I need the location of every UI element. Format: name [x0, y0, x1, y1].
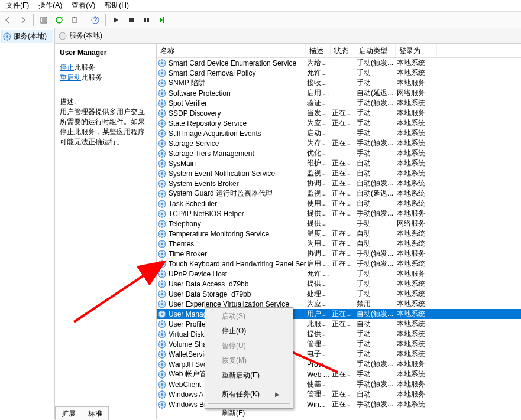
service-row[interactable]: Spot Verifier验证...手动(触发...本地系统	[157, 98, 521, 108]
stop-link[interactable]: 停止	[60, 63, 74, 71]
tree-root-item[interactable]: 服务(本地)	[1, 30, 53, 43]
svc-status: 正在...	[331, 259, 355, 269]
service-row[interactable]: Telephony提供...手动网络服务	[157, 219, 521, 229]
forward-icon[interactable]	[17, 14, 30, 27]
svc-desc: 启用 ...	[306, 259, 331, 269]
tab-extended[interactable]: 扩展	[55, 406, 82, 420]
svc-start: 自动(延迟...	[355, 188, 396, 198]
svc-name: Smart Card Removal Policy	[167, 69, 306, 77]
svc-status: 正在...	[331, 309, 355, 319]
svc-status: 正在...	[331, 138, 355, 148]
service-row[interactable]: UPnP Device Host允许 ...手动本地服务	[157, 269, 521, 279]
svg-point-18	[161, 62, 163, 64]
service-row[interactable]: Time Broker协调...正在...手动(触发...本地服务	[157, 249, 521, 259]
gear-icon	[158, 99, 166, 108]
svc-start: 手动	[355, 128, 396, 138]
svc-start: 自动	[355, 239, 396, 249]
svg-point-64	[161, 293, 163, 295]
service-row[interactable]: SSDP Discovery当发...正在...手动本地服务	[157, 108, 521, 118]
svc-name: Still Image Acquisition Events	[167, 129, 306, 138]
tree-root-label: 服务(本地)	[14, 31, 47, 41]
service-row[interactable]: SNMP 陷阱接收...手动本地服务	[157, 78, 521, 88]
service-row[interactable]: Storage Tiers Management优化...手动本地系统	[157, 148, 521, 158]
col-start[interactable]: 启动类型	[355, 44, 396, 57]
col-name[interactable]: 名称	[157, 44, 306, 57]
svc-start: 手动	[355, 219, 396, 229]
svc-start: 手动	[355, 118, 396, 128]
back-icon[interactable]	[1, 14, 14, 27]
service-row[interactable]: User Data Access_d79bb提供...手动本地系统	[157, 279, 521, 289]
properties-icon[interactable]	[37, 14, 50, 27]
svg-point-76	[161, 353, 163, 356]
svg-point-15	[6, 35, 8, 38]
service-row[interactable]: Touch Keyboard and Handwriting Panel Ser…	[157, 259, 521, 269]
col-status[interactable]: 状态	[331, 44, 355, 57]
menu-view[interactable]: 查看(V)	[67, 0, 100, 12]
help-icon[interactable]: ?	[89, 14, 102, 27]
svc-logon: 本地服务	[396, 108, 437, 118]
svc-desc: 为应...	[306, 118, 331, 128]
gear-icon	[158, 220, 166, 228]
pause-icon[interactable]	[140, 14, 153, 27]
col-logon[interactable]: 登录为	[396, 44, 437, 57]
svc-status: 正在...	[331, 399, 355, 409]
svc-status: 正在...	[331, 178, 355, 188]
svg-point-86	[161, 403, 163, 406]
svg-rect-13	[163, 17, 164, 23]
content-header-title: 服务(本地)	[69, 31, 102, 41]
service-row[interactable]: Task Scheduler使用...正在...自动本地系统	[157, 198, 521, 209]
service-row[interactable]: Temperature Monitoring Service温度...正在...…	[157, 229, 521, 239]
svc-desc: 当发...	[306, 108, 331, 118]
service-row[interactable]: System Guard 运行时监视器代理监视...正在...自动(延迟...本…	[157, 188, 521, 198]
svg-rect-9	[129, 18, 134, 22]
service-row[interactable]: Storage Service为存...正在...手动(触发...本地系统	[157, 138, 521, 148]
tab-standard[interactable]: 标准	[82, 406, 109, 420]
back-nav-icon[interactable]	[59, 32, 67, 40]
svc-desc: 协调...	[306, 249, 331, 259]
service-row[interactable]: State Repository Service为应...正在...手动本地系统	[157, 118, 521, 128]
stop-icon[interactable]	[125, 14, 138, 27]
svc-status: 正在...	[331, 389, 355, 399]
service-row[interactable]: Smart Card Removal Policy允许...手动本地系统	[157, 68, 521, 78]
svc-desc: Provi...	[306, 360, 331, 369]
svc-name: Touch Keyboard and Handwriting Panel Ser…	[167, 260, 306, 268]
menu-file[interactable]: 文件(F)	[1, 0, 34, 12]
ctx-alltasks[interactable]: 所有任务(K)▶	[206, 387, 292, 402]
restart-icon[interactable]	[156, 14, 169, 27]
play-icon[interactable]	[109, 14, 122, 27]
export-icon[interactable]	[68, 14, 81, 27]
col-desc[interactable]: 描述	[306, 44, 331, 57]
refresh-icon[interactable]	[53, 14, 66, 27]
svc-logon: 本地系统	[396, 289, 437, 299]
menu-help[interactable]: 帮助(H)	[100, 0, 134, 12]
service-row[interactable]: System Event Notification Service监视...正在…	[157, 168, 521, 178]
service-row[interactable]: System Events Broker协调...正在...自动(触发...本地…	[157, 178, 521, 188]
restart-link[interactable]: 重启动	[60, 73, 81, 82]
context-menu: 启动(S) 停止(O) 暂停(U) 恢复(M) 重新启动(E) 所有任务(K)▶…	[205, 307, 293, 409]
svc-desc: 管理...	[306, 339, 331, 349]
service-row[interactable]: User Data Storage_d79bb处理...手动本地系统	[157, 289, 521, 299]
ctx-stop[interactable]: 停止(O)	[206, 324, 292, 338]
svc-start: 手动	[355, 279, 396, 289]
ctx-refresh[interactable]: 刷新(F)	[206, 406, 292, 420]
svg-text:?: ?	[93, 16, 98, 24]
svc-status: 正在...	[331, 249, 355, 259]
ctx-start: 启动(S)	[206, 309, 292, 324]
menu-action[interactable]: 操作(A)	[34, 0, 67, 12]
ctx-restart[interactable]: 重新启动(E)	[206, 368, 292, 383]
service-row[interactable]: SysMain维护...正在...自动本地系统	[157, 158, 521, 168]
service-row[interactable]: Software Protection启用 ...自动(延迟...网络服务	[157, 88, 521, 98]
svg-point-82	[161, 383, 163, 386]
svc-start: 手动	[355, 289, 396, 299]
service-row[interactable]: Still Image Acquisition Events启动...手动本地系…	[157, 128, 521, 138]
svg-point-30	[161, 122, 163, 125]
svc-start: 自动	[355, 389, 396, 399]
svc-name: Spot Verifier	[167, 99, 306, 108]
svc-start: 手动(触发...	[355, 138, 396, 148]
service-row[interactable]: Smart Card Device Enumeration Service为给.…	[157, 58, 521, 68]
svg-point-74	[161, 343, 163, 346]
service-row[interactable]: TCP/IP NetBIOS Helper提供...正在...手动(触发...本…	[157, 209, 521, 219]
svg-point-60	[161, 273, 163, 275]
service-row[interactable]: Themes为用...正在...自动本地系统	[157, 239, 521, 249]
svc-status: 正在...	[331, 319, 355, 329]
